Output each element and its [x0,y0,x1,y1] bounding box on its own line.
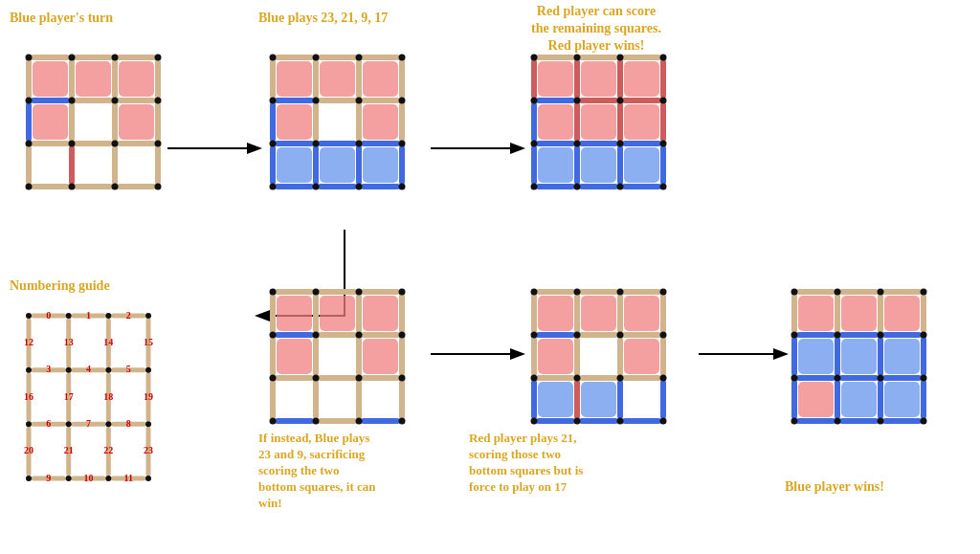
board2 [263,48,412,200]
red-plays-label: Red player plays 21,scoring those twobot… [469,431,660,496]
blue-plays-label: Blue plays 23, 21, 9, 17 [258,10,388,27]
blue-wins-label: Blue player wins! [785,478,884,496]
board1 [19,48,167,200]
board6 [785,282,933,434]
board3 [524,48,673,200]
if-instead-label: If instead, Blue plays23 and 9, sacrific… [258,431,431,511]
board5 [524,282,673,434]
numbering-guide-board [10,297,167,521]
blue-turn-label: Blue player's turn [10,10,113,27]
board4 [263,282,412,434]
numbering-guide-label: Numbering guide [10,277,110,295]
